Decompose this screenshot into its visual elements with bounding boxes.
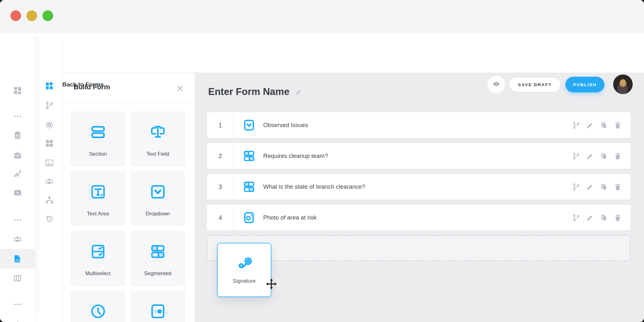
publish-button[interactable]: PUBLISH [565, 77, 604, 92]
signature-icon [218, 254, 271, 272]
field-label: Requires cleanup team? [263, 153, 572, 159]
multiselect-icon [71, 243, 125, 260]
ellipsis-icon[interactable] [12, 214, 23, 226]
time-icon [71, 303, 125, 320]
logic-branch-icon[interactable] [572, 152, 580, 160]
form-field-row[interactable]: 2 Requires cleanup team? [207, 143, 630, 169]
section-icon [71, 123, 125, 141]
map-icon[interactable] [12, 273, 23, 284]
segmented-icon [131, 243, 185, 260]
field-number: 1 [207, 112, 234, 138]
move-cursor-icon [265, 278, 277, 290]
field-number: 4 [207, 205, 234, 230]
form-field-row[interactable]: 1 Observed Issues [207, 112, 630, 138]
segmented-field-icon [242, 149, 256, 163]
users-icon[interactable] [44, 176, 55, 186]
top-header: Back to Forms SAVE DRAFT PUBLISH [0, 33, 644, 73]
component-label: Multiselect [71, 270, 125, 277]
duplicate-copy-icon[interactable] [600, 183, 608, 191]
edit-pencil-icon[interactable] [586, 214, 594, 222]
grid-icon[interactable] [44, 138, 55, 149]
logic-branch-icon[interactable] [572, 214, 580, 222]
ellipsis-icon[interactable] [12, 299, 23, 310]
form-name-title[interactable]: Enter Form Name [208, 86, 289, 97]
duplicate-copy-icon[interactable] [600, 152, 608, 160]
photo-field-icon [242, 211, 256, 225]
dashboard-icon[interactable] [12, 85, 23, 96]
edit-pencil-icon[interactable] [586, 152, 594, 160]
component-label: Text Field [131, 151, 185, 157]
history-icon[interactable] [44, 213, 55, 224]
component-label: Segmented [131, 270, 185, 277]
form-canvas: Enter Form Name 1 Observed Issues 2 Requ… [195, 73, 644, 322]
field-number: 2 [207, 143, 234, 169]
segmented-field-icon [242, 180, 256, 194]
form-title-wrap: Enter Form Name [208, 86, 303, 97]
delete-trash-icon[interactable] [613, 214, 622, 222]
user-avatar[interactable] [613, 75, 633, 94]
toggle-icon [131, 303, 185, 320]
form-field-row[interactable]: 3 What is the state of branch clearance? [207, 174, 630, 200]
delete-trash-icon[interactable] [613, 152, 622, 160]
video-icon[interactable] [12, 187, 23, 198]
zoom-window-button[interactable] [42, 10, 53, 21]
palette-component-card[interactable]: Segmented [130, 231, 185, 286]
field-label: What is the state of branch clearance? [263, 183, 572, 190]
clipboard-icon[interactable] [12, 130, 23, 141]
dropdown-icon [131, 183, 185, 201]
image-icon[interactable] [44, 158, 55, 168]
text-field-icon [131, 123, 185, 141]
close-window-button[interactable] [10, 10, 21, 21]
app-window: Back to Forms SAVE DRAFT PUBLISH Build F… [0, 0, 644, 322]
palette-component-card[interactable] [71, 291, 125, 322]
ellipsis-icon[interactable] [12, 111, 23, 122]
drag-card-label: Signature [218, 278, 271, 284]
briefcase-icon[interactable] [12, 149, 23, 161]
palette-component-card[interactable]: Text Field [130, 112, 185, 166]
dropdown-field-icon [242, 118, 256, 132]
palette-component-card[interactable] [130, 291, 185, 322]
component-label: Section [71, 151, 125, 157]
route-icon[interactable] [12, 168, 23, 179]
builder-tool-strip [35, 33, 62, 322]
logic-branch-icon[interactable] [572, 121, 580, 130]
form-field-row[interactable]: 4 Photo of area at risk [207, 205, 630, 230]
eye-icon [492, 80, 501, 90]
field-actions [572, 152, 630, 160]
field-actions [572, 121, 630, 130]
branch-icon[interactable] [44, 100, 55, 111]
duplicate-copy-icon[interactable] [600, 121, 608, 130]
forms-doc-icon[interactable] [12, 253, 23, 264]
palette-component-card[interactable]: Multiselect [71, 231, 125, 286]
edit-pencil-icon[interactable] [586, 121, 594, 130]
field-actions [572, 214, 630, 222]
preview-button[interactable] [487, 75, 506, 94]
widgets-icon[interactable] [44, 80, 55, 91]
dragged-signature-card[interactable]: Signature [217, 243, 271, 297]
window-titlebar [0, 0, 644, 33]
home-icon[interactable] [12, 315, 23, 322]
component-label: Text Area [71, 211, 125, 217]
field-label: Photo of area at risk [263, 214, 572, 221]
gear-icon[interactable] [44, 119, 55, 130]
component-label: Dropdown [131, 211, 185, 217]
team-icon[interactable] [12, 233, 23, 245]
sitemap-icon[interactable] [44, 195, 55, 205]
pencil-icon[interactable] [294, 88, 303, 96]
field-actions [572, 183, 630, 191]
logic-branch-icon[interactable] [572, 183, 580, 191]
palette-component-card[interactable]: Dropdown [130, 171, 185, 226]
delete-trash-icon[interactable] [613, 183, 622, 191]
component-palette: Section Text Field Text Area Dropdown Mu… [71, 112, 185, 322]
back-to-forms-link[interactable]: Back to Forms [62, 81, 104, 88]
close-icon[interactable] [176, 84, 184, 92]
field-label: Observed Issues [263, 122, 572, 129]
palette-component-card[interactable]: Section [71, 112, 125, 166]
palette-component-card[interactable]: Text Area [71, 171, 125, 226]
delete-trash-icon[interactable] [613, 121, 622, 130]
minimize-window-button[interactable] [26, 10, 37, 21]
edit-pencil-icon[interactable] [586, 183, 594, 191]
duplicate-copy-icon[interactable] [600, 214, 608, 222]
save-draft-button[interactable]: SAVE DRAFT [509, 77, 561, 92]
app-sidebar [0, 33, 35, 322]
